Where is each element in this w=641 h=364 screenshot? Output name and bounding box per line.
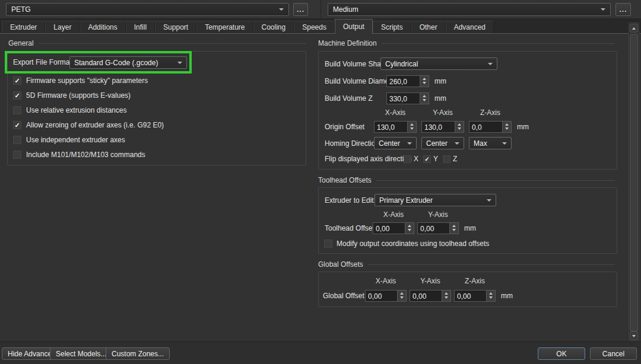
spinner-buttons[interactable] <box>442 290 450 301</box>
spin-up-icon[interactable] <box>423 95 426 97</box>
spinner-buttons[interactable] <box>397 290 406 301</box>
checkbox-modify-output-coordinates[interactable] <box>324 240 332 248</box>
tab-other[interactable]: Other <box>411 21 446 33</box>
tab-support[interactable]: Support <box>155 21 196 33</box>
select-models-button[interactable]: Select Models... <box>50 347 112 360</box>
build-volume-diameter-input[interactable]: 260,0 <box>386 75 429 87</box>
process-profile-select[interactable]: PETG <box>6 3 289 16</box>
origin-offset-y-input[interactable]: 130,0 <box>421 121 464 133</box>
flip-y-checkbox[interactable]: ✓ <box>423 155 431 163</box>
spinner-buttons[interactable] <box>405 223 414 234</box>
checkbox-row: Use independent extruder axes <box>13 135 125 145</box>
tab-layer[interactable]: Layer <box>45 21 80 33</box>
spin-up-icon[interactable] <box>458 123 461 126</box>
spinner-buttons[interactable] <box>486 290 495 301</box>
spin-up-icon[interactable] <box>423 78 426 80</box>
scroll-up-button[interactable] <box>630 24 638 33</box>
cancel-button[interactable]: Cancel <box>590 347 637 360</box>
quality-profile-select[interactable]: Medium <box>328 3 611 16</box>
tab-cooling[interactable]: Cooling <box>253 21 294 33</box>
global-offset-y-input[interactable]: 0,00 <box>410 290 451 302</box>
extruder-to-edit-select[interactable]: Primary Extruder <box>375 194 496 206</box>
build-volume-diameter-label: Build Volume Diameter <box>325 77 386 85</box>
flip-x-checkbox[interactable] <box>404 155 411 163</box>
tab-scripts[interactable]: Scripts <box>373 21 411 33</box>
spin-down-icon[interactable] <box>410 127 414 130</box>
global-offsets-group-box: X-Axis Y-Axis Z-Axis Global Offset 0,00 … <box>318 272 617 307</box>
homing-direction-z-select[interactable]: Max <box>469 137 512 149</box>
spin-up-icon[interactable] <box>408 225 411 227</box>
tab-infill[interactable]: Infill <box>126 21 155 33</box>
checkbox-include-m101[interactable] <box>13 151 21 159</box>
spin-down-icon[interactable] <box>400 296 404 299</box>
spinner-buttons[interactable] <box>407 122 416 132</box>
spin-down-icon[interactable] <box>423 99 426 101</box>
axis-header-row: X-Axis Y-Axis Z-Axis <box>323 277 496 285</box>
checkbox-relative-extrusion[interactable] <box>13 106 21 114</box>
origin-offset-z-input[interactable]: 0,0 <box>469 121 512 133</box>
checkbox-allow-zeroing[interactable]: ✓ <box>13 121 21 129</box>
checkbox-independent-extruder[interactable] <box>13 136 21 144</box>
spin-up-icon[interactable] <box>505 123 509 126</box>
custom-zones-button[interactable]: Custom Zones... <box>106 347 170 360</box>
origin-offset-x-input[interactable]: 130,0 <box>374 121 417 133</box>
spin-down-icon[interactable] <box>445 296 448 299</box>
global-offset-z-input[interactable]: 0,00 <box>454 290 496 302</box>
export-file-format-select[interactable]: Standard G-Code (.gcode) <box>69 56 187 69</box>
tab-advanced[interactable]: Advanced <box>446 21 494 33</box>
spinner-buttons[interactable] <box>449 223 458 234</box>
axis-header-x: X-Axis <box>373 210 414 219</box>
scroll-down-button[interactable] <box>630 331 638 340</box>
build-volume-z-input[interactable]: 330,0 <box>386 92 429 104</box>
checkbox-5d-firmware[interactable]: ✓ <box>13 91 21 100</box>
spin-up-icon[interactable] <box>445 292 448 295</box>
build-volume-shape-label: Build Volume Shape <box>325 60 380 68</box>
flip-z-checkbox[interactable] <box>443 155 450 163</box>
spin-down-icon[interactable] <box>489 296 493 299</box>
chevron-down-icon <box>407 142 412 145</box>
homing-direction-y-select[interactable]: Center <box>421 137 464 149</box>
tab-temperature[interactable]: Temperature <box>196 21 253 33</box>
spin-up-icon[interactable] <box>452 225 456 227</box>
axis-header-row: X-Axis Y-Axis <box>325 210 459 219</box>
tab-extruder[interactable]: Extruder <box>2 21 45 33</box>
spinner-buttons[interactable] <box>420 93 429 104</box>
build-volume-shape-select[interactable]: Cylindrical <box>380 58 497 70</box>
spin-up-icon[interactable] <box>410 123 414 126</box>
vertical-scrollbar[interactable] <box>629 23 639 341</box>
modify-output-row: Modify output coordinates using toolhead… <box>324 239 489 248</box>
spin-up-icon[interactable] <box>400 292 404 295</box>
section-title-general: General <box>8 39 306 47</box>
process-profile-value: PETG <box>11 5 31 14</box>
spin-down-icon[interactable] <box>423 82 426 84</box>
spin-down-icon[interactable] <box>452 229 456 231</box>
process-more-button[interactable]: ... <box>293 3 308 16</box>
spinner-buttons[interactable] <box>502 122 511 132</box>
chevron-down-icon <box>455 142 459 145</box>
checkbox-row: Use relative extrusion distances <box>13 106 126 115</box>
ok-button[interactable]: OK <box>538 347 585 360</box>
top-bar: PETG ... Medium ... <box>0 0 641 19</box>
unit-label: mm <box>464 224 476 232</box>
spinner-buttons[interactable] <box>420 76 429 87</box>
chevron-down-icon <box>177 62 182 64</box>
quality-more-button[interactable]: ... <box>615 3 631 16</box>
section-title-machine-definition: Machine Definition <box>318 39 615 47</box>
output-tab-content: General Export File Format Standard G-Co… <box>0 33 641 341</box>
checkbox-sticky-parameters[interactable]: ✓ <box>13 76 21 85</box>
checkbox-row: ✓ 5D Firmware (supports E-values) <box>13 91 131 100</box>
global-offset-x-input[interactable]: 0,00 <box>365 290 407 302</box>
homing-direction-x-select[interactable]: Center <box>374 137 417 149</box>
scrollbar-thumb[interactable] <box>630 34 638 331</box>
toolhead-offset-y-input[interactable]: 0,00 <box>417 222 459 234</box>
spin-up-icon[interactable] <box>489 292 493 295</box>
tab-output[interactable]: Output <box>335 19 373 34</box>
tab-speeds[interactable]: Speeds <box>294 21 335 33</box>
spin-down-icon[interactable] <box>458 127 461 130</box>
chevron-down-icon <box>279 8 284 11</box>
spin-down-icon[interactable] <box>408 229 411 231</box>
spinner-buttons[interactable] <box>455 122 464 132</box>
toolhead-offset-x-input[interactable]: 0,00 <box>373 222 414 234</box>
tab-additions[interactable]: Additions <box>80 21 125 33</box>
spin-down-icon[interactable] <box>505 127 509 130</box>
